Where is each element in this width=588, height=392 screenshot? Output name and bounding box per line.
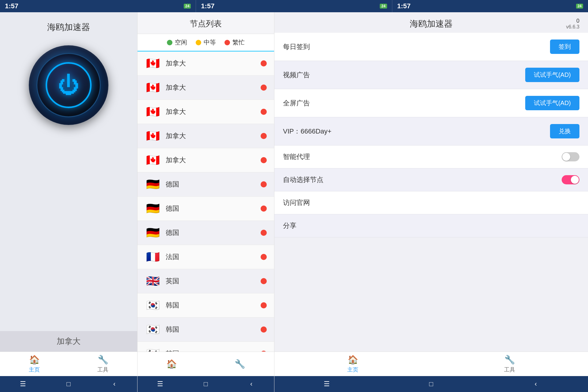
flag-8: 🇫🇷 bbox=[145, 251, 161, 263]
node-item[interactable]: 🇩🇪 德国 bbox=[138, 197, 274, 221]
node-status-dot-3 bbox=[261, 133, 267, 139]
home-label-right: 主页 bbox=[347, 366, 358, 373]
power-icon-ring[interactable]: ⏻ bbox=[46, 62, 92, 108]
node-status-dot-5 bbox=[261, 181, 267, 187]
flag-7: 🇩🇪 bbox=[145, 226, 161, 239]
node-item[interactable]: 🇬🇧 英国 bbox=[138, 269, 274, 293]
node-item[interactable]: 🇨🇦 加拿大 bbox=[138, 51, 274, 76]
legend-medium-label: 中等 bbox=[204, 38, 216, 47]
power-icon[interactable]: ⏻ bbox=[58, 73, 79, 97]
menu-item-2[interactable]: 全屏广告 试试手气(AD) bbox=[274, 89, 588, 117]
node-item[interactable]: 🇨🇦 加拿大 bbox=[138, 76, 274, 100]
menu-item-4[interactable]: 智能代理 bbox=[274, 145, 588, 168]
node-status-dot-11 bbox=[261, 326, 267, 333]
flag-4: 🇨🇦 bbox=[145, 154, 161, 167]
menu-btn-2[interactable]: 试试手气(AD) bbox=[525, 96, 579, 110]
home-icon-left: 🏠 bbox=[29, 355, 40, 365]
menu-item-1[interactable]: 视频广告 试试手气(AD) bbox=[274, 61, 588, 89]
node-list: 🇨🇦 加拿大 🇨🇦 加拿大 🇨🇦 加拿大 🇨🇦 加拿大 🇨🇦 加拿大 🇩🇪 bbox=[138, 51, 274, 352]
menu-btn-3[interactable]: 兑换 bbox=[550, 124, 579, 138]
status-bar-center1: 1:57 24 bbox=[196, 0, 392, 12]
nav-tools-center[interactable]: 🔧 bbox=[206, 352, 274, 376]
nav-home-center[interactable]: 🏠 bbox=[138, 352, 206, 376]
system-menu-right[interactable]: ☰ bbox=[274, 376, 379, 392]
nav-home-right[interactable]: 🏠 主页 bbox=[274, 352, 431, 376]
time-right: 1:57 bbox=[397, 2, 411, 10]
menu-item-3[interactable]: VIP：6666Day+ 兑换 bbox=[274, 117, 588, 145]
status-bar-right: 1:57 24 bbox=[392, 0, 588, 12]
system-home-center[interactable]: □ bbox=[183, 376, 229, 392]
system-back-left[interactable]: ‹ bbox=[92, 376, 137, 392]
node-left-7: 🇩🇪 德国 bbox=[145, 226, 179, 239]
legend-free-label: 空闲 bbox=[175, 38, 187, 47]
power-button-area[interactable]: ⏻ bbox=[0, 39, 137, 131]
status-icons-right: 24 bbox=[576, 4, 583, 9]
flag-9: 🇬🇧 bbox=[145, 275, 161, 288]
system-menu-left[interactable]: ☰ bbox=[0, 376, 46, 392]
node-left-9: 🇬🇧 英国 bbox=[145, 275, 179, 288]
system-home-left[interactable]: □ bbox=[46, 376, 91, 392]
tools-label-right: 工具 bbox=[504, 366, 515, 373]
node-left-4: 🇨🇦 加拿大 bbox=[145, 154, 186, 167]
power-circle-outer[interactable]: ⏻ bbox=[29, 45, 108, 125]
node-item[interactable]: 🇨🇦 加拿大 bbox=[138, 148, 274, 172]
system-nav-center: ☰ □ ‹ bbox=[138, 376, 274, 392]
system-menu-center[interactable]: ☰ bbox=[138, 376, 183, 392]
node-left-3: 🇨🇦 加拿大 bbox=[145, 130, 186, 142]
node-left-12: 🇰🇷 韩国 bbox=[145, 347, 179, 352]
node-item[interactable]: 🇫🇷 法国 bbox=[138, 245, 274, 269]
nav-tools-right[interactable]: 🔧 工具 bbox=[431, 352, 588, 376]
node-item[interactable]: 🇩🇪 德国 bbox=[138, 221, 274, 245]
bottom-nav-center: 🏠 🔧 bbox=[138, 352, 274, 376]
right-header: 海鸥加速器 0 v6.6.3 bbox=[274, 12, 588, 33]
node-name-2: 加拿大 bbox=[166, 107, 186, 116]
bottom-nav-right: 🏠 主页 🔧 工具 bbox=[274, 352, 588, 376]
status-icons-left: 24 bbox=[184, 4, 191, 9]
system-back-center[interactable]: ‹ bbox=[228, 376, 274, 392]
menu-label-7: 分享 bbox=[283, 221, 296, 230]
menu-item-0[interactable]: 每日签到 签到 bbox=[274, 33, 588, 61]
node-name-9: 英国 bbox=[166, 277, 179, 286]
menu-label-1: 视频广告 bbox=[283, 70, 310, 80]
flag-2: 🇨🇦 bbox=[145, 105, 161, 118]
flag-10: 🇰🇷 bbox=[145, 299, 161, 312]
time-left: 1:57 bbox=[5, 2, 18, 10]
system-back-right[interactable]: ‹ bbox=[484, 376, 588, 392]
node-left-11: 🇰🇷 韩国 bbox=[145, 323, 179, 336]
node-item[interactable]: 🇰🇷 韩国 bbox=[138, 318, 274, 342]
node-item[interactable]: 🇨🇦 加拿大 bbox=[138, 124, 274, 148]
menu-list: 每日签到 签到 视频广告 试试手气(AD) 全屏广告 试试手气(AD) VIP：… bbox=[274, 33, 588, 352]
legend-busy-label: 繁忙 bbox=[232, 38, 245, 47]
system-nav-left: ☰ □ ‹ bbox=[0, 376, 137, 392]
menu-label-3: VIP：6666Day+ bbox=[283, 127, 331, 136]
menu-item-6: 访问官网 bbox=[274, 191, 588, 214]
flag-6: 🇩🇪 bbox=[145, 202, 161, 215]
right-panel: 海鸥加速器 0 v6.6.3 每日签到 签到 视频广告 试试手气(AD) 全屏广… bbox=[274, 12, 588, 392]
system-home-right[interactable]: □ bbox=[379, 376, 483, 392]
toggle-5[interactable] bbox=[562, 175, 579, 184]
node-name-4: 加拿大 bbox=[166, 156, 186, 165]
node-item[interactable]: 🇩🇪 德国 bbox=[138, 172, 274, 197]
node-item[interactable]: 🇰🇷 韩国 bbox=[138, 293, 274, 318]
menu-btn-1[interactable]: 试试手气(AD) bbox=[525, 68, 579, 82]
system-nav-right: ☰ □ ‹ bbox=[274, 376, 588, 392]
home-icon-right: 🏠 bbox=[348, 355, 358, 365]
left-panel: 海鸥加速器 ⏻ 加拿大 🏠 主页 🔧 工具 ☰ □ ‹ bbox=[0, 12, 137, 392]
node-name-3: 加拿大 bbox=[166, 131, 186, 141]
menu-item-5[interactable]: 自动选择节点 bbox=[274, 168, 588, 191]
node-item[interactable]: 🇨🇦 加拿大 bbox=[138, 100, 274, 124]
home-icon-center: 🏠 bbox=[166, 359, 177, 369]
toggle-4[interactable] bbox=[562, 152, 579, 161]
node-status-dot-6 bbox=[261, 205, 267, 212]
node-list-title: 节点列表 bbox=[138, 12, 274, 34]
menu-btn-0[interactable]: 签到 bbox=[550, 40, 579, 54]
status-bar-left: 1:57 24 bbox=[0, 0, 196, 12]
node-name-10: 韩国 bbox=[166, 301, 179, 310]
tools-label-left: 工具 bbox=[97, 366, 108, 373]
menu-label-6: 访问官网 bbox=[283, 198, 310, 207]
nav-tools-left[interactable]: 🔧 工具 bbox=[69, 352, 137, 376]
nav-home-left[interactable]: 🏠 主页 bbox=[0, 352, 69, 376]
node-item[interactable]: 🇰🇷 韩国 bbox=[138, 342, 274, 352]
node-name-7: 德国 bbox=[166, 228, 179, 237]
power-circle-inner[interactable]: ⏻ bbox=[36, 53, 101, 117]
